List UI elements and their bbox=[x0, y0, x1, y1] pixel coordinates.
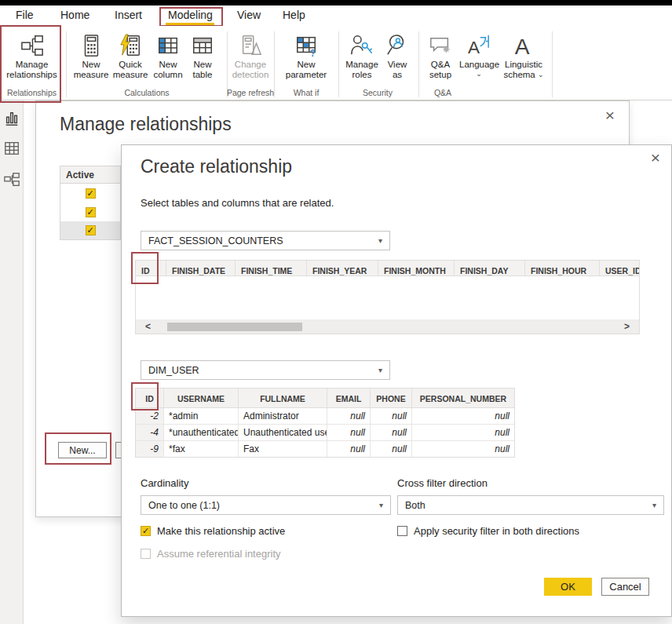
column-header[interactable]: FINISH_DAY bbox=[455, 261, 525, 276]
menu-insert[interactable]: Insert bbox=[115, 9, 142, 21]
manage-relationships-button[interactable]: Manage relationships bbox=[2, 31, 61, 86]
new-table-icon bbox=[187, 31, 218, 60]
create-dialog-title: Create relationship bbox=[141, 156, 292, 177]
cardinality-dropdown[interactable]: One to one (1:1) ▾ bbox=[141, 495, 391, 515]
new-table-label: New table bbox=[187, 60, 218, 80]
ribbon: Manage relationships New measure Quick m… bbox=[0, 26, 672, 100]
linguistic-schema-button[interactable]: A Linguistic schema ⌄ bbox=[499, 31, 548, 86]
table-row[interactable]: -2 *admin Administrator null null null bbox=[136, 408, 514, 425]
create-dialog-close-icon[interactable]: × bbox=[651, 151, 660, 164]
table1-selector[interactable]: FACT_SESSION_COUNTERS ▾ bbox=[141, 231, 390, 250]
svg-text:A: A bbox=[468, 38, 480, 57]
new-column-button[interactable]: New column bbox=[150, 31, 186, 86]
menu-home[interactable]: Home bbox=[60, 9, 89, 21]
column-header[interactable]: USERNAME bbox=[164, 389, 239, 407]
security-filter-checkbox[interactable] bbox=[397, 526, 407, 536]
qa-setup-button[interactable]: Q&A setup bbox=[424, 31, 457, 86]
active-column-header: Active bbox=[60, 166, 121, 184]
cross-filter-label: Cross filter direction bbox=[397, 477, 488, 489]
create-relationship-dialog: Create relationship × Select tables and … bbox=[121, 144, 672, 617]
cardinality-label: Cardinality bbox=[141, 477, 188, 489]
column-header[interactable]: FULLNAME bbox=[239, 389, 327, 407]
column-header[interactable]: EMAIL bbox=[327, 389, 371, 407]
column-header[interactable]: FINISH_DATE bbox=[166, 261, 236, 276]
relationships-table: Active ✓ ✓ ✓ bbox=[60, 166, 121, 240]
manage-roles-button[interactable]: Manage roles bbox=[343, 31, 381, 86]
table2-selector-value: DIM_USER bbox=[148, 365, 199, 376]
powerbi-window: File Home Insert Modeling View Help Mana… bbox=[0, 0, 672, 624]
report-view-icon[interactable] bbox=[3, 110, 20, 127]
ok-button[interactable]: OK bbox=[544, 578, 592, 596]
linguistic-schema-icon: A bbox=[499, 31, 548, 60]
view-as-icon bbox=[382, 31, 412, 60]
menu-bar: File Home Insert Modeling View Help bbox=[0, 5, 672, 26]
column-header[interactable]: ID bbox=[136, 261, 166, 276]
language-button[interactable]: A Language ⌄ bbox=[459, 31, 499, 86]
active-checkbox[interactable]: ✓ bbox=[86, 225, 96, 235]
table-row[interactable]: -4 *unauthenticated Unauthenticated user… bbox=[136, 425, 514, 441]
view-as-button[interactable]: View as bbox=[382, 31, 412, 86]
change-detection-icon bbox=[229, 31, 272, 60]
chevron-down-icon: ▾ bbox=[379, 501, 383, 509]
active-checkbox[interactable]: ✓ bbox=[86, 188, 96, 199]
relationship-row[interactable]: ✓ bbox=[60, 184, 121, 203]
data-view-icon[interactable] bbox=[3, 140, 20, 157]
linguistic-schema-caret-icon: ⌄ bbox=[538, 70, 544, 80]
language-icon: A bbox=[459, 31, 499, 60]
column-header[interactable]: FINISH_TIME bbox=[236, 261, 307, 276]
column-header[interactable]: USER_ID bbox=[600, 261, 639, 276]
cross-filter-value: Both bbox=[405, 500, 425, 511]
group-label-what-if: What if bbox=[281, 88, 331, 99]
active-checkbox[interactable]: ✓ bbox=[86, 207, 96, 217]
column-header[interactable]: PERSONAL_NUMBER bbox=[412, 389, 514, 407]
table2-selector[interactable]: DIM_USER ▾ bbox=[141, 360, 390, 380]
linguistic-schema-label: Linguistic schema bbox=[503, 60, 542, 79]
cross-filter-dropdown[interactable]: Both ▾ bbox=[397, 495, 664, 515]
new-column-icon bbox=[150, 31, 186, 60]
group-label-relationships: Relationships bbox=[2, 88, 61, 99]
make-active-checkbox[interactable]: ✓ bbox=[141, 526, 151, 536]
language-label: Language bbox=[459, 60, 499, 69]
new-parameter-button[interactable]: ? New parameter bbox=[284, 31, 328, 86]
column-header[interactable]: FINISH_YEAR bbox=[307, 261, 378, 276]
column-header[interactable]: FINISH_HOUR bbox=[525, 261, 600, 276]
new-measure-button[interactable]: New measure bbox=[72, 31, 110, 86]
modeling-highlight-box bbox=[159, 7, 223, 27]
menu-help[interactable]: Help bbox=[283, 9, 305, 21]
manage-roles-label: Manage roles bbox=[343, 60, 381, 80]
scrollbar-thumb[interactable] bbox=[167, 323, 302, 331]
cardinality-value: One to one (1:1) bbox=[148, 500, 220, 511]
scroll-left-icon[interactable]: < bbox=[145, 321, 151, 332]
create-dialog-subtitle: Select tables and columns that are relat… bbox=[141, 197, 334, 209]
menu-view[interactable]: View bbox=[237, 9, 261, 21]
new-table-button[interactable]: New table bbox=[187, 31, 218, 86]
horizontal-scrollbar[interactable]: < > bbox=[136, 319, 639, 334]
relationship-row[interactable]: ✓ bbox=[60, 203, 121, 221]
relationships-icon bbox=[2, 31, 61, 60]
group-label-security: Security bbox=[342, 88, 413, 99]
new-column-label: New column bbox=[150, 60, 186, 80]
change-detection-button: Change detection bbox=[229, 31, 272, 86]
menu-file[interactable]: File bbox=[16, 9, 34, 21]
column-header[interactable]: PHONE bbox=[371, 389, 412, 407]
model-view-icon[interactable] bbox=[3, 171, 20, 188]
manage-relationships-label: Manage relationships bbox=[2, 60, 61, 80]
quick-measure-button[interactable]: Quick measure bbox=[111, 31, 149, 86]
column-header[interactable]: ID bbox=[136, 389, 164, 407]
group-label-page-refresh: Page refresh bbox=[226, 88, 275, 99]
column-header[interactable]: FINISH_MONTH bbox=[378, 261, 455, 276]
scroll-right-icon[interactable]: > bbox=[624, 321, 630, 332]
manage-dialog-close-icon[interactable]: × bbox=[605, 109, 615, 122]
qa-setup-icon bbox=[424, 31, 457, 60]
fact-table-grid: ID FINISH_DATE FINISH_TIME FINISH_YEAR F… bbox=[135, 260, 640, 334]
dim-user-table-grid: ID USERNAME FULLNAME EMAIL PHONE PERSONA… bbox=[135, 388, 515, 458]
cancel-button[interactable]: Cancel bbox=[601, 578, 649, 596]
view-as-label: View as bbox=[382, 60, 412, 80]
table-row[interactable]: -9 *fax Fax null null null bbox=[136, 441, 514, 457]
relationship-row-selected[interactable]: ✓ bbox=[60, 221, 121, 240]
ribbon-separator bbox=[552, 31, 553, 97]
ribbon-separator bbox=[338, 31, 339, 97]
chevron-down-icon: ▾ bbox=[378, 366, 382, 374]
svg-text:?: ? bbox=[310, 48, 316, 57]
new-relationship-button[interactable]: New... bbox=[58, 442, 107, 458]
